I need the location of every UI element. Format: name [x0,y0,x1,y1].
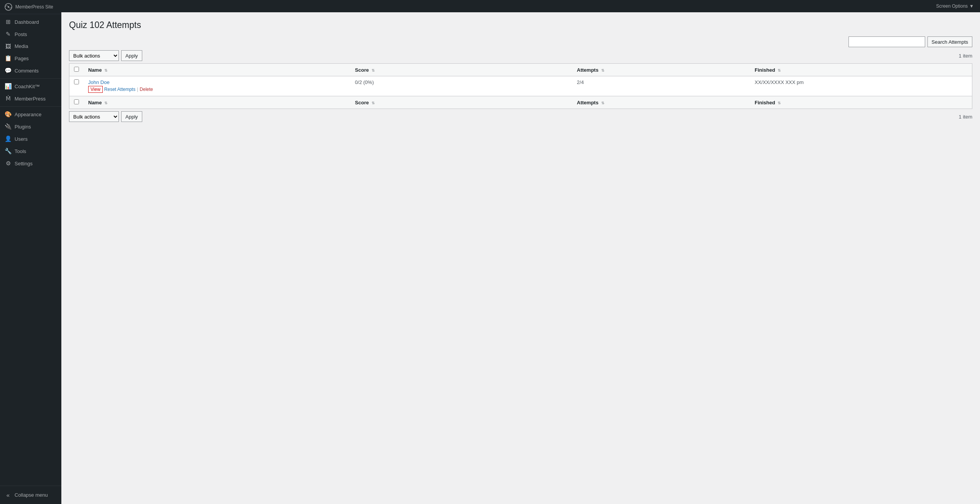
sidebar-item-settings[interactable]: ⚙ Settings [0,157,61,170]
sidebar-item-label: Media [15,43,28,49]
table-header-score: Score ⇅ [350,64,572,76]
row-checkbox[interactable] [74,79,79,84]
sidebar-item-label: Dashboard [15,19,39,25]
name-sort-icon-footer[interactable]: ⇅ [104,101,107,105]
sidebar-item-plugins[interactable]: 🔌 Plugins [0,120,61,133]
attempts-sort-icon[interactable]: ⇅ [601,68,604,72]
site-name: MemberPress Site [15,4,53,10]
finished-col-label-footer: Finished [755,100,775,105]
screen-options-arrow-icon: ▼ [969,3,974,9]
sidebar-item-label: Appearance [15,112,41,117]
tools-icon: 🔧 [5,148,12,155]
select-all-checkbox-top[interactable] [74,67,79,72]
name-col-label-footer: Name [88,100,102,105]
sidebar-item-label: Plugins [15,124,31,130]
search-attempts-button[interactable]: Search Attempts [927,36,972,47]
score-sort-icon[interactable]: ⇅ [372,68,375,72]
finished-sort-icon[interactable]: ⇅ [778,68,781,72]
score-col-label: Score [355,67,369,73]
sidebar-item-label: Posts [15,31,27,37]
svg-point-1 [8,6,9,8]
row-finished-cell: XX/XX/XXXX XXX pm [750,76,972,96]
screen-options-button[interactable]: Screen Options ▼ [936,3,974,9]
search-input[interactable] [848,36,925,47]
table-row: John Doe View Reset Attempts | Delete 0/… [69,76,972,96]
score-col-label-footer: Score [355,100,369,105]
settings-icon: ⚙ [5,160,12,167]
bulk-actions-top-select[interactable]: Bulk actions [69,50,119,61]
memberpress-icon: Ṁ [5,95,12,102]
finished-col-label: Finished [755,67,775,73]
sidebar-item-users[interactable]: 👤 Users [0,133,61,145]
top-toolbar: Bulk actions Apply 1 item [69,50,972,61]
sidebar-item-label: Settings [15,161,33,166]
sidebar-nav: ⊞ Dashboard ✎ Posts 🖼 Media 📋 Pages 💬 Co… [0,14,61,170]
attempts-table: Name ⇅ Score ⇅ Attempts ⇅ Finished ⇅ [69,63,972,109]
sidebar-item-appearance[interactable]: 🎨 Appearance [0,108,61,120]
sidebar-item-posts[interactable]: ✎ Posts [0,28,61,40]
table-body: John Doe View Reset Attempts | Delete 0/… [69,76,972,96]
bulk-actions-bottom-select[interactable]: Bulk actions [69,111,119,122]
sidebar-header: MemberPress Site [0,0,61,14]
plugins-icon: 🔌 [5,123,12,130]
sidebar-item-label: Pages [15,56,29,61]
topbar: Screen Options ▼ [61,0,980,12]
item-count-bottom: 1 item [959,114,972,120]
row-checkbox-cell [69,76,84,96]
page-title: Quiz 102 Attempts [69,20,972,30]
screen-options-label: Screen Options [936,3,968,9]
sidebar-item-media[interactable]: 🖼 Media [0,40,61,52]
users-icon: 👤 [5,135,12,142]
media-icon: 🖼 [5,43,12,49]
row-actions: View Reset Attempts | Delete [88,86,346,93]
sidebar-item-coachkit[interactable]: 📊 CoachKit™ [0,80,61,92]
attempts-sort-icon-footer[interactable]: ⇅ [601,101,604,105]
sidebar-item-pages[interactable]: 📋 Pages [0,52,61,64]
score-sort-icon-footer[interactable]: ⇅ [372,101,375,105]
apply-bottom-button[interactable]: Apply [121,111,142,122]
name-col-label: Name [88,67,102,73]
row-name-cell: John Doe View Reset Attempts | Delete [84,76,350,96]
comments-icon: 💬 [5,67,12,74]
item-count-top: 1 item [959,53,972,59]
table-footer-finished: Finished ⇅ [750,96,972,109]
row-name-link[interactable]: John Doe [88,79,110,85]
delete-link[interactable]: Delete [140,87,153,92]
apply-top-button[interactable]: Apply [121,50,142,61]
row-score-cell: 0/2 (0%) [350,76,572,96]
pages-icon: 📋 [5,55,12,62]
select-all-checkbox-bottom[interactable] [74,99,79,104]
attempts-col-label-footer: Attempts [577,100,599,105]
view-button[interactable]: View [88,86,103,93]
finished-sort-icon-footer[interactable]: ⇅ [778,101,781,105]
name-sort-icon[interactable]: ⇅ [104,68,107,72]
search-row: Search Attempts [69,36,972,47]
sidebar-item-memberpress[interactable]: Ṁ MemberPress [0,92,61,105]
sidebar-item-label: Tools [15,148,26,154]
bottom-toolbar-left: Bulk actions Apply [69,111,142,122]
sidebar-item-label: Comments [15,68,39,74]
table-footer-row: Name ⇅ Score ⇅ Attempts ⇅ Finished ⇅ [69,96,972,109]
sidebar-item-label: CoachKit™ [15,84,40,89]
attempts-col-label: Attempts [577,67,599,73]
sidebar-item-collapse[interactable]: « Collapse menu [0,489,61,501]
sidebar-item-label: MemberPress [15,96,46,102]
dashboard-icon: ⊞ [5,18,12,25]
reset-attempts-link[interactable]: Reset Attempts [104,87,135,92]
sidebar-item-tools[interactable]: 🔧 Tools [0,145,61,157]
appearance-icon: 🎨 [5,111,12,118]
sidebar-item-comments[interactable]: 💬 Comments [0,64,61,77]
table-header-attempts: Attempts ⇅ [572,64,750,76]
table-header-checkbox-col [69,64,84,76]
table-header-name: Name ⇅ [84,64,350,76]
bottom-toolbar: Bulk actions Apply 1 item [69,111,972,122]
sidebar-item-dashboard[interactable]: ⊞ Dashboard [0,16,61,28]
table-footer-attempts: Attempts ⇅ [572,96,750,109]
main-content: Screen Options ▼ Quiz 102 Attempts Searc… [61,0,980,504]
action-separator: | [137,87,138,92]
sidebar-bottom: « Collapse menu [0,486,61,504]
sidebar-item-label: Users [15,136,28,142]
table-footer-name: Name ⇅ [84,96,350,109]
sidebar-divider [0,78,61,79]
wordpress-logo-icon [5,3,12,11]
